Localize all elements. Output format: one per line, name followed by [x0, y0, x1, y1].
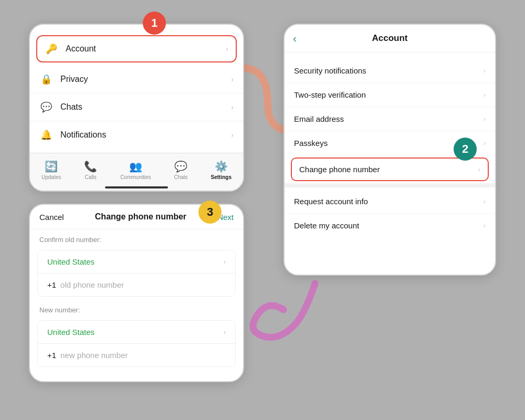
- menu-label-notifications: Notifications: [60, 130, 231, 140]
- two-step-verification-item[interactable]: Two-step verification ›: [285, 83, 495, 107]
- cancel-button[interactable]: Cancel: [39, 213, 64, 222]
- section-divider: [285, 183, 495, 187]
- tab-chats[interactable]: 💬 Chats: [174, 160, 187, 180]
- old-country-label: United States: [47, 257, 224, 266]
- new-country-label: United States: [47, 328, 224, 337]
- old-number-section-label: Confirm old number:: [30, 229, 243, 247]
- old-country-row[interactable]: United States ›: [38, 250, 235, 274]
- tab-communities[interactable]: 👥 Communities: [120, 160, 151, 180]
- old-country-chevron: ›: [224, 258, 226, 266]
- tab-updates-label: Updates: [41, 174, 61, 180]
- security-notifications-item[interactable]: Security notifications ›: [285, 59, 495, 83]
- back-button[interactable]: ‹: [293, 33, 297, 45]
- delete-account-label: Delete my account: [294, 221, 484, 230]
- notifications-icon: 🔔: [39, 128, 53, 142]
- account-screen-title: Account: [372, 33, 408, 44]
- change-phone-chevron: ›: [478, 165, 480, 173]
- email-address-item[interactable]: Email address ›: [285, 107, 495, 131]
- new-number-section-label: New number:: [30, 300, 243, 317]
- tab-updates[interactable]: 🔄 Updates: [41, 160, 61, 180]
- menu-label-privacy: Privacy: [60, 75, 231, 84]
- settings-menu: 🔑 Account › 🔒 Privacy › 💬 Chats › 🔔 Noti…: [30, 25, 243, 149]
- account-icon: 🔑: [45, 42, 58, 56]
- request-chevron: ›: [484, 197, 486, 205]
- chats-chevron: ›: [231, 103, 234, 111]
- menu-item-notifications[interactable]: 🔔 Notifications ›: [30, 121, 243, 149]
- security-chevron: ›: [484, 67, 486, 75]
- home-indicator: [105, 186, 168, 188]
- old-phone-placeholder: old phone number: [60, 280, 124, 289]
- step-badge-3: 3: [198, 201, 222, 224]
- old-phone-row[interactable]: +1 old phone number: [38, 274, 235, 296]
- tab-bar: 🔄 Updates 📞 Calls 👥 Communities 💬 Chats …: [30, 153, 243, 191]
- chats-tab-icon: 💬: [174, 160, 187, 173]
- two-step-chevron: ›: [484, 91, 486, 99]
- request-account-label: Request account info: [294, 197, 484, 206]
- security-notifications-label: Security notifications: [294, 66, 484, 75]
- new-phone-row[interactable]: +1 new phone number: [38, 344, 235, 366]
- change-phone-item[interactable]: Change phone number ›: [291, 158, 489, 181]
- new-country-row[interactable]: United States ›: [38, 321, 235, 344]
- delete-chevron: ›: [484, 222, 486, 229]
- frame3-change-phone: Cancel Change phone number Next Confirm …: [29, 204, 244, 382]
- account-chevron: ›: [226, 45, 228, 53]
- new-country-chevron: ›: [224, 328, 226, 336]
- tab-settings-label: Settings: [211, 174, 232, 180]
- updates-tab-icon: 🔄: [45, 160, 58, 173]
- email-address-label: Email address: [294, 114, 484, 123]
- step-badge-2: 2: [454, 138, 477, 161]
- change-phone-label: Change phone number: [299, 165, 478, 174]
- menu-item-account[interactable]: 🔑 Account ›: [36, 35, 237, 62]
- menu-item-chats[interactable]: 💬 Chats ›: [30, 93, 243, 121]
- chats-icon: 💬: [39, 100, 53, 114]
- delete-account-item[interactable]: Delete my account ›: [285, 214, 495, 237]
- tab-calls-label: Calls: [85, 174, 97, 180]
- frame1-settings: 🔑 Account › 🔒 Privacy › 💬 Chats › 🔔 Noti…: [29, 24, 244, 192]
- request-account-info-item[interactable]: Request account info ›: [285, 190, 495, 214]
- settings-tab-icon: ⚙️: [215, 160, 228, 173]
- old-prefix: +1: [47, 280, 56, 289]
- privacy-icon: 🔒: [39, 72, 53, 86]
- change-phone-form-title: Change phone number: [95, 212, 186, 222]
- new-prefix: +1: [47, 351, 56, 360]
- tab-communities-label: Communities: [120, 174, 151, 180]
- new-number-group: United States › +1 new phone number: [37, 320, 236, 367]
- old-number-group: United States › +1 old phone number: [37, 250, 236, 297]
- step-badge-1: 1: [143, 12, 166, 35]
- new-phone-placeholder: new phone number: [60, 351, 128, 360]
- email-chevron: ›: [484, 115, 486, 123]
- two-step-label: Two-step verification: [294, 90, 484, 99]
- passkeys-chevron: ›: [484, 139, 486, 147]
- tab-chats-label: Chats: [174, 174, 187, 180]
- communities-tab-icon: 👥: [129, 160, 142, 173]
- account-header: ‹ Account: [285, 25, 495, 52]
- menu-label-account: Account: [66, 44, 226, 54]
- menu-label-chats: Chats: [60, 102, 231, 112]
- calls-tab-icon: 📞: [84, 160, 97, 173]
- tab-calls[interactable]: 📞 Calls: [84, 160, 97, 180]
- notifications-chevron: ›: [231, 131, 234, 139]
- privacy-chevron: ›: [231, 75, 234, 83]
- tab-settings[interactable]: ⚙️ Settings: [211, 160, 232, 180]
- menu-item-privacy[interactable]: 🔒 Privacy ›: [30, 66, 243, 93]
